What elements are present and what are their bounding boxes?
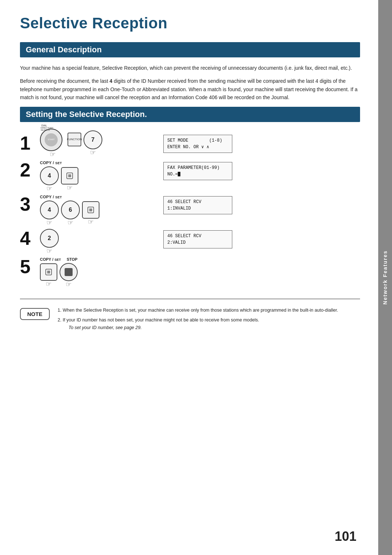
step-1-row: 1 START DI <box>20 129 360 158</box>
svg-rect-1 <box>68 174 71 177</box>
step3-copy-set-label: COPY / SET <box>40 195 62 199</box>
step3-display-box: 46 SELECT RCV 1:INVALID <box>163 196 232 214</box>
general-desc-para2: Before receiving the document, the last … <box>20 77 360 101</box>
note-text: When the Selective Reception is set, you… <box>57 307 338 334</box>
step-3-display: 46 SELECT RCV 1:INVALID <box>152 195 360 214</box>
page-number: 101 <box>335 529 356 544</box>
step5-stop-label: STOP <box>67 257 78 262</box>
step2-set-button <box>61 167 78 185</box>
note-item-2-indent: To set your ID number, see page 29. <box>63 325 142 330</box>
stop-inner-icon <box>65 268 73 276</box>
note-item-2: If your ID number has not been set, your… <box>63 316 338 332</box>
step-5-number: 5 <box>20 257 40 276</box>
steps-section: 1 START DI <box>20 129 360 288</box>
step2-copy-set-label: COPY / SET <box>40 161 62 165</box>
page-title: Selective Reception <box>20 15 360 32</box>
step-2-display: FAX PARAMETER(01-99) NO.=█ <box>152 161 360 180</box>
step5-stop-button <box>60 263 78 281</box>
step5-stop-hand-icon: ☞ <box>66 281 72 288</box>
step-3-number: 3 <box>20 195 40 214</box>
step2-display-box: FAX PARAMETER(01-99) NO.=█ <box>163 162 232 180</box>
step2-4-button: 4 <box>40 166 59 185</box>
step-3-row: 3 COPY / SET 4 ☞ 6 ☞ <box>20 195 360 226</box>
step3-set-button-group: ☞ <box>82 201 99 225</box>
step4-display-box: 46 SELECT RCV 2:VALID <box>163 230 232 248</box>
step3-set-hand-icon: ☞ <box>88 219 94 225</box>
step1-start-hand-icon: ☞ <box>50 151 56 158</box>
step-3-action: COPY / SET 4 ☞ 6 ☞ <box>40 195 152 226</box>
step2-set-button-group: ☞ <box>61 167 78 191</box>
step4-2-hand-icon: ☞ <box>46 248 52 254</box>
step-5-display <box>152 257 360 259</box>
step-1-display: SET MODE (1-8) ENTER NO. OR ∨ ∧ <box>152 133 360 153</box>
step3-6-button: 6 <box>61 200 80 219</box>
step1-start-button-group: START DIAL DIRECTORYSEARCH ☞ <box>40 129 65 158</box>
step2-4-hand-icon: ☞ <box>46 185 52 192</box>
step3-4-hand-icon: ☞ <box>46 219 52 226</box>
step5-copy-set-label: COPY / SET <box>40 257 61 262</box>
step3-6-hand-icon: ☞ <box>68 219 73 226</box>
svg-rect-5 <box>47 271 50 274</box>
general-desc-para1: Your machine has a special feature, Sele… <box>20 64 360 72</box>
note-section: NOTE When the Selective Reception is set… <box>20 307 360 334</box>
step3-6-button-group: 6 ☞ <box>61 200 80 226</box>
right-tab-label: Network Features <box>382 250 388 304</box>
step-1-action: START DIAL DIRECTORYSEARCH ☞ <box>40 129 152 158</box>
main-content: Selective Reception General Description … <box>0 0 378 555</box>
step1-function-button-group: FUNCTION <box>68 133 81 154</box>
step1-7-button: 7 <box>83 130 102 149</box>
step-2-row: 2 COPY / SET 4 ☞ <box>20 161 360 192</box>
step2-set-hand-icon: ☞ <box>67 185 73 191</box>
step4-2-button-group: 2 ☞ <box>40 229 59 254</box>
step5-stop-button-group: ☞ <box>60 263 78 288</box>
step-5-action: COPY / SET STOP ☞ <box>40 257 152 288</box>
step5-set-button <box>40 263 57 281</box>
step1-display-box: SET MODE (1-8) ENTER NO. OR ∨ ∧ <box>163 135 232 153</box>
step-4-row: 4 2 ☞ 46 SELECT RCV 2:VALID <box>20 229 360 254</box>
right-tab: Network Features <box>378 0 392 555</box>
step-5-row: 5 COPY / SET STOP <box>20 257 360 288</box>
svg-rect-3 <box>89 208 92 211</box>
page-wrapper: Selective Reception General Description … <box>0 0 392 555</box>
divider <box>20 299 360 299</box>
setting-header: Setting the Selective Reception. <box>20 107 360 122</box>
step-2-number: 2 <box>20 161 40 179</box>
note-box: NOTE <box>20 308 50 320</box>
step3-set-button <box>82 201 99 219</box>
step1-7-button-group: 7 ☞ <box>83 130 102 156</box>
general-description-header: General Description <box>20 42 360 57</box>
step-2-action: COPY / SET 4 ☞ <box>40 161 152 192</box>
step-1-number: 1 <box>20 134 40 153</box>
step4-2-button: 2 <box>40 229 59 248</box>
note-item-1: When the Selective Reception is set, you… <box>63 307 338 314</box>
step5-set-hand-icon: ☞ <box>46 281 52 287</box>
step3-4-button: 4 <box>40 200 59 219</box>
step2-4-button-group: 4 ☞ <box>40 166 59 192</box>
step3-4-button-group: 4 ☞ <box>40 200 59 226</box>
step-4-number: 4 <box>20 229 40 248</box>
step5-set-button-group: ☞ <box>40 263 57 287</box>
step-4-action: 2 ☞ <box>40 229 152 254</box>
step-4-display: 46 SELECT RCV 2:VALID <box>152 229 360 248</box>
step1-function-button: FUNCTION <box>68 133 81 146</box>
step1-7-hand-icon: ☞ <box>90 149 96 156</box>
